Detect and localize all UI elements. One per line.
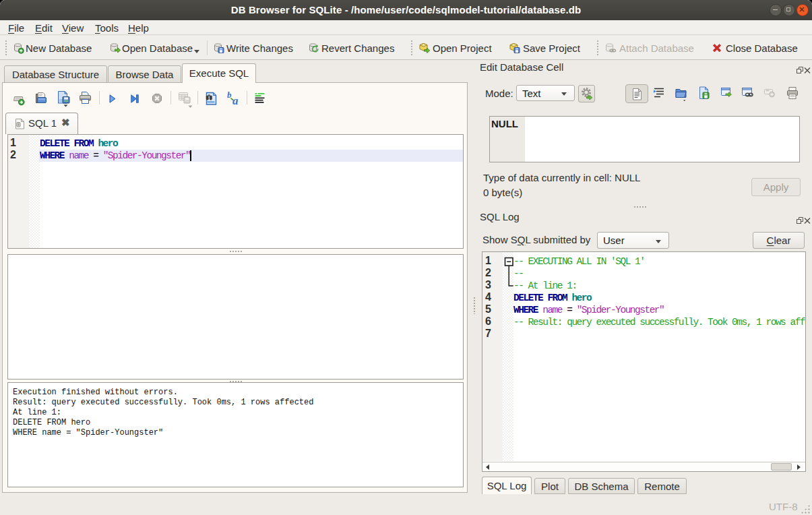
svg-text:a: a [232,94,239,107]
